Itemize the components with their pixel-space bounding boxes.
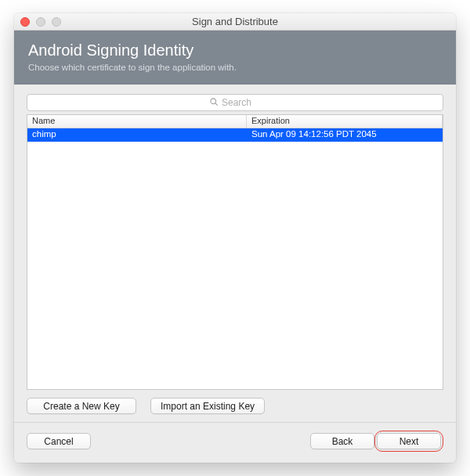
column-header-name[interactable]: Name xyxy=(27,115,247,128)
dialog-content: Name Expiration chimp Sun Apr 09 14:12:5… xyxy=(14,85,456,422)
next-button[interactable]: Next xyxy=(377,433,441,449)
cell-name: chimp xyxy=(27,128,247,142)
import-existing-key-button[interactable]: Import an Existing Key xyxy=(150,398,265,414)
create-new-key-button[interactable]: Create a New Key xyxy=(27,398,136,414)
back-button[interactable]: Back xyxy=(310,433,374,449)
search-field-wrap[interactable] xyxy=(27,94,443,111)
dialog-footer: Cancel Back Next xyxy=(14,422,456,463)
window-title: Sign and Distribute xyxy=(14,16,456,27)
cell-expiration: Sun Apr 09 14:12:56 PDT 2045 xyxy=(247,128,443,142)
table-body: chimp Sun Apr 09 14:12:56 PDT 2045 xyxy=(27,128,443,389)
dialog-header: Android Signing Identity Choose which ce… xyxy=(14,31,456,85)
search-input[interactable] xyxy=(222,97,261,108)
page-title: Android Signing Identity xyxy=(28,41,442,60)
next-button-highlight: Next xyxy=(374,431,443,452)
identity-table: Name Expiration chimp Sun Apr 09 14:12:5… xyxy=(27,114,443,390)
column-header-expiration[interactable]: Expiration xyxy=(247,115,443,128)
key-actions: Create a New Key Import an Existing Key xyxy=(27,398,443,414)
cancel-button[interactable]: Cancel xyxy=(27,433,91,449)
page-subtitle: Choose which certificate to sign the app… xyxy=(28,63,442,72)
titlebar: Sign and Distribute xyxy=(14,13,456,31)
table-header: Name Expiration xyxy=(27,115,443,128)
table-row[interactable]: chimp Sun Apr 09 14:12:56 PDT 2045 xyxy=(27,128,443,142)
svg-line-1 xyxy=(215,103,218,105)
dialog-window: Sign and Distribute Android Signing Iden… xyxy=(14,13,456,463)
search-icon xyxy=(209,97,219,109)
